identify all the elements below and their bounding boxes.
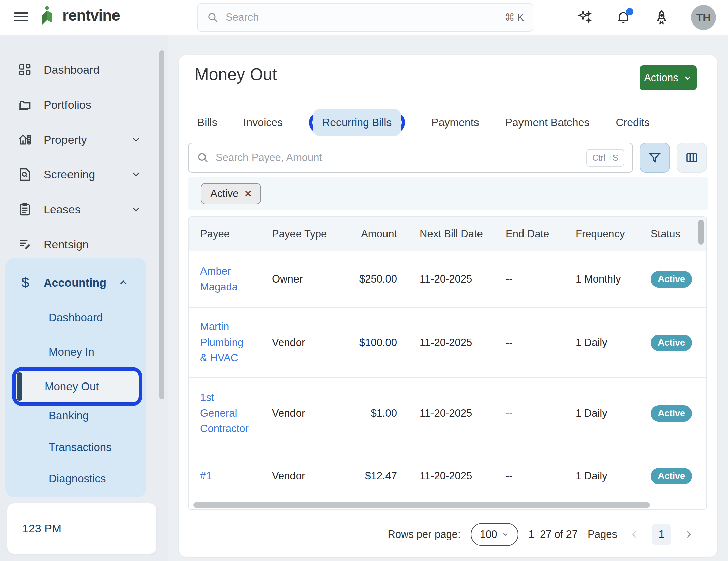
sidebar-item-screening[interactable]: Screening xyxy=(0,157,168,192)
status-badge: Active xyxy=(651,271,692,288)
main-card: Money Out Actions Bills Invoices Recurri… xyxy=(179,55,717,557)
chevron-right-icon xyxy=(683,529,694,540)
rocket-icon[interactable] xyxy=(653,9,670,26)
sidebar-item-property[interactable]: Property xyxy=(0,122,168,157)
chevron-down-icon xyxy=(130,134,142,145)
sidebar-item-money-out[interactable]: Money Out xyxy=(16,371,139,402)
filter-button[interactable] xyxy=(640,143,670,173)
folder-icon xyxy=(17,97,34,112)
tab-payment-batches[interactable]: Payment Batches xyxy=(505,116,590,129)
sidebar-item-accounting-dashboard[interactable]: Dashboard xyxy=(49,311,103,324)
sidebar-item-dashboard[interactable]: Dashboard xyxy=(0,52,168,87)
signature-icon xyxy=(17,237,34,252)
sidebar-item-leases[interactable]: Leases xyxy=(0,192,168,227)
close-icon[interactable]: × xyxy=(244,188,252,200)
column-header-amount[interactable]: Amount xyxy=(332,228,408,240)
next-bill-date-cell: 11-20-2025 xyxy=(408,470,494,482)
frequency-cell: 1 Daily xyxy=(564,470,639,482)
next-page-button[interactable] xyxy=(681,524,696,545)
frequency-cell: 1 Daily xyxy=(564,407,639,419)
active-filters-row: Active × xyxy=(188,177,708,210)
chevron-down-icon xyxy=(130,169,142,180)
column-header-frequency[interactable]: Frequency xyxy=(564,228,639,240)
payee-type-cell: Owner xyxy=(261,273,332,285)
global-search-input[interactable] xyxy=(226,11,505,23)
notifications-bell-icon[interactable] xyxy=(615,9,632,26)
end-date-cell: -- xyxy=(494,337,564,349)
rows-per-page-select[interactable]: 100 xyxy=(471,523,518,546)
status-badge: Active xyxy=(651,335,692,351)
payee-link[interactable]: Amber Magada xyxy=(200,265,238,293)
column-header-end-date[interactable]: End Date xyxy=(494,228,564,240)
sidebar-item-transactions[interactable]: Transactions xyxy=(49,441,112,454)
recurring-bills-table: Payee Payee Type Amount Next Bill Date E… xyxy=(188,216,707,510)
hamburger-menu-icon[interactable] xyxy=(14,10,29,23)
sidebar: Dashboard Portfolios Property Screening xyxy=(0,35,168,561)
previous-page-button[interactable] xyxy=(627,524,642,545)
column-header-status[interactable]: Status xyxy=(639,228,706,240)
sidebar-item-accounting[interactable]: $ Accounting xyxy=(5,269,146,296)
payee-type-cell: Vendor xyxy=(261,407,332,419)
dashboard-grid-icon xyxy=(17,62,34,77)
columns-button[interactable] xyxy=(677,143,707,173)
column-header-payee-type[interactable]: Payee Type xyxy=(261,228,332,240)
payee-link[interactable]: 1st General Contractor xyxy=(200,392,249,435)
ai-sparkles-icon[interactable] xyxy=(576,9,594,26)
tab-credits[interactable]: Credits xyxy=(616,116,649,129)
status-badge: Active xyxy=(651,468,692,484)
end-date-cell: -- xyxy=(494,273,564,285)
rows-per-page-label: Rows per page: xyxy=(388,528,460,541)
highlight-ring: Money Out xyxy=(12,367,142,406)
search-icon xyxy=(207,12,218,23)
actions-button[interactable]: Actions xyxy=(640,65,697,90)
table-horizontal-scrollbar[interactable] xyxy=(193,502,650,508)
frequency-cell: 1 Daily xyxy=(564,337,639,349)
notification-badge xyxy=(626,8,633,15)
next-bill-date-cell: 11-20-2025 xyxy=(408,337,494,349)
avatar[interactable]: TH xyxy=(691,5,716,30)
tab-bills[interactable]: Bills xyxy=(197,116,217,129)
rentvine-logo-icon xyxy=(40,5,59,26)
sidebar-scrollbar[interactable] xyxy=(159,50,164,399)
column-header-next-bill-date[interactable]: Next Bill Date xyxy=(408,228,494,240)
table-search[interactable]: Ctrl +S xyxy=(188,143,633,173)
table-search-input[interactable] xyxy=(216,152,586,164)
sidebar-item-portfolios[interactable]: Portfolios xyxy=(0,87,168,122)
payee-link[interactable]: Martin Plumbing & HVAC xyxy=(200,321,243,364)
active-indicator-bar xyxy=(17,372,22,401)
global-search[interactable]: ⌘ K xyxy=(197,3,533,32)
column-header-payee[interactable]: Payee xyxy=(189,228,261,240)
sidebar-item-rentsign[interactable]: Rentsign xyxy=(0,227,168,262)
clock-widget: 123 PM xyxy=(7,503,156,554)
rentvine-logo[interactable]: rentvine xyxy=(40,5,120,26)
brand-wordmark: rentvine xyxy=(62,6,120,24)
tab-invoices[interactable]: Invoices xyxy=(243,116,283,129)
frequency-cell: 1 Monthly xyxy=(564,273,639,285)
search-icon xyxy=(197,152,209,164)
current-page-indicator[interactable]: 1 xyxy=(652,524,671,545)
columns-icon xyxy=(685,151,699,165)
status-badge: Active xyxy=(651,405,692,422)
sidebar-item-diagnostics[interactable]: Diagnostics xyxy=(49,472,106,485)
sidebar-item-money-in[interactable]: Money In xyxy=(49,346,94,358)
chevron-left-icon xyxy=(629,529,640,540)
end-date-cell: -- xyxy=(494,407,564,419)
table-row[interactable]: Martin Plumbing & HVAC Vendor $100.00 11… xyxy=(189,308,706,378)
tab-recurring-bills[interactable]: Recurring Bills xyxy=(313,109,401,136)
house-icon xyxy=(17,132,34,147)
sidebar-item-banking[interactable]: Banking xyxy=(49,409,89,422)
end-date-cell: -- xyxy=(494,470,564,482)
table-row[interactable]: 1st General Contractor Vendor $1.00 11-2… xyxy=(189,378,706,449)
amount-cell: $250.00 xyxy=(332,273,408,285)
next-bill-date-cell: 11-20-2025 xyxy=(408,407,494,419)
amount-cell: $100.00 xyxy=(332,337,408,349)
table-row[interactable]: #1 Vendor $12.47 11-20-2025 -- 1 Daily A… xyxy=(189,449,706,503)
filter-chip-active[interactable]: Active × xyxy=(201,183,261,204)
table-row[interactable]: Amber Magada Owner $250.00 11-20-2025 --… xyxy=(189,251,706,308)
sidebar-group-accounting: $ Accounting Dashboard Money In Money Ou… xyxy=(5,258,146,497)
table-vertical-scrollbar[interactable] xyxy=(698,220,704,245)
payee-link[interactable]: #1 xyxy=(200,470,212,482)
tab-payments[interactable]: Payments xyxy=(431,116,479,129)
page-title: Money Out xyxy=(195,65,277,84)
pagination-range: 1–27 of 27 xyxy=(529,528,578,541)
